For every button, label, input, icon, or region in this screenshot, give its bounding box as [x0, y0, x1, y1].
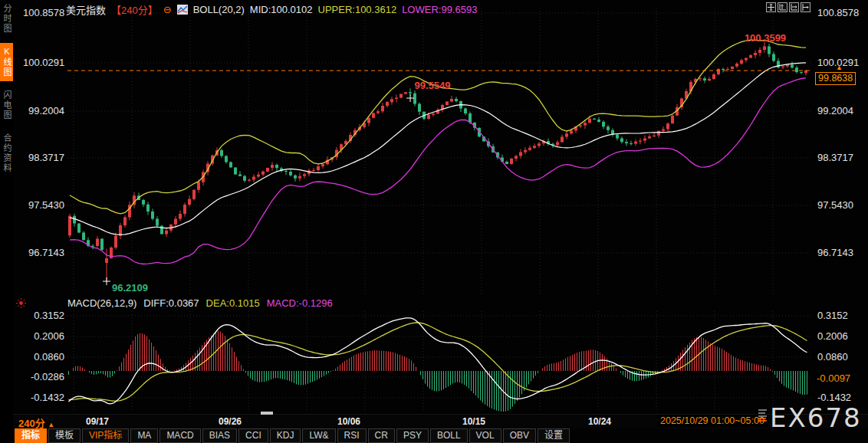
- x-label-date-4: 10/24: [588, 416, 611, 427]
- toolbar-item-LW&[interactable]: LW&: [302, 428, 335, 443]
- chart-canvas[interactable]: [0, 0, 868, 443]
- y-label-macd-left-1: 0.2006: [23, 330, 64, 343]
- y-label-main-left-1: 100.0291: [23, 57, 64, 69]
- price-up-arrow-icon: ▲: [836, 64, 843, 71]
- logo-icon: [758, 409, 768, 422]
- macd-diff-value: DIFF:0.0367: [143, 297, 199, 309]
- sidebar-tab-3[interactable]: 合约资料: [0, 130, 13, 177]
- toolbar-item-VIP指标[interactable]: VIP指标: [82, 428, 129, 443]
- y-label-main-right-5: 96.7143: [817, 247, 859, 259]
- toolbar-item-MA[interactable]: MA: [130, 428, 158, 443]
- indicator-toolbar: 指标模板VIP指标MAMACDBIASCCIKDJLW&RSICRPSYBOLL…: [15, 428, 570, 443]
- y-label-main-right-4: 97.5430: [817, 199, 859, 212]
- alert-icon[interactable]: [15, 297, 27, 309]
- toolbar-item-VOL[interactable]: VOL: [469, 428, 501, 443]
- x-label-date-2: 10/06: [337, 416, 360, 427]
- collapse-indicator-icon[interactable]: ⊖: [163, 4, 172, 15]
- y-label-macd-left-4: -0.1432: [23, 392, 64, 404]
- watermark-text: EX678: [770, 404, 862, 432]
- toolbar-item-BIAS[interactable]: BIAS: [202, 428, 237, 443]
- y-label-main-left-3: 98.3717: [23, 152, 64, 164]
- annotation-low: 96.2109: [112, 282, 148, 294]
- y-label-macd-left-3: -0.0286: [23, 371, 64, 383]
- y-label-main-left-0: 100.8578: [23, 7, 64, 19]
- toolbar-item-BOLL[interactable]: BOLL: [430, 428, 468, 443]
- y-label-main-right-2: 99.2004: [817, 105, 859, 117]
- toolbar-item-OBV[interactable]: OBV: [503, 428, 536, 443]
- y-label-macd-right-0: 0.3152: [817, 310, 859, 322]
- y-label-main-left-4: 97.5430: [23, 199, 64, 212]
- x-label-date-1: 09/26: [219, 416, 242, 427]
- x-axis-scale-icon[interactable]: [789, 2, 799, 12]
- watermark: EX678: [758, 404, 862, 432]
- y-axis-scale-icon[interactable]: [778, 2, 787, 12]
- symbol-name: 美元指数: [66, 2, 106, 17]
- chart-header: 美元指数 【240分】 ⊖ BOLL(20,2) MID:100.0102 UP…: [66, 2, 477, 17]
- period-arrow-icon: ▲: [48, 421, 54, 428]
- current-bar-datetime: 2025/10/29 01:00~05:00: [657, 415, 768, 427]
- toolbar-item-设置[interactable]: 设置: [538, 428, 570, 443]
- toolbar-item-MACD[interactable]: MACD: [159, 428, 200, 443]
- y-label-main-right-3: 98.3717: [817, 152, 859, 164]
- y-label-macd-left-2: 0.0860: [23, 351, 64, 363]
- chart-type-sidebar: 分时图K线图闪电图合约资料: [0, 0, 13, 443]
- toolbar-item-RSI[interactable]: RSI: [337, 428, 367, 443]
- toolbar-item-CCI[interactable]: CCI: [238, 428, 268, 443]
- chart-tools: [766, 2, 810, 12]
- pan-tool-icon[interactable]: [766, 2, 776, 12]
- last-price-badge: 99.8638: [815, 72, 856, 85]
- chart-application: 分时图K线图闪电图合约资料 美元指数 【240分】 ⊖ BOLL(20,2) M…: [0, 0, 868, 443]
- period-label: 【240分】: [111, 2, 158, 17]
- y-label-macd-left-0: 0.3152: [23, 310, 64, 322]
- x-label-date-0: 09/17: [86, 416, 109, 427]
- macd-label: MACD(26,12,9): [67, 297, 136, 309]
- sidebar-tab-1[interactable]: K线图: [0, 43, 13, 81]
- macd-header: MACD(26,12,9) DIFF:0.0367 DEA:0.1015 MAC…: [67, 297, 333, 309]
- sidebar-tab-0[interactable]: 分时图: [0, 0, 13, 38]
- y-label-main-left-5: 96.7143: [23, 247, 64, 259]
- sidebar-tab-2[interactable]: 闪电图: [0, 87, 13, 124]
- scrollbar-thumb[interactable]: [261, 412, 273, 415]
- shift-right-icon[interactable]: [801, 2, 810, 12]
- toolbar-item-CR[interactable]: CR: [368, 428, 395, 443]
- macd-dea-value: DEA:0.1015: [206, 297, 260, 309]
- macd-value-badge: -0.0097: [814, 372, 853, 384]
- y-label-main-right-0: 100.8578: [817, 7, 859, 19]
- toolbar-item-KDJ[interactable]: KDJ: [270, 428, 301, 443]
- boll-upper-value: UPPER:100.3612: [318, 4, 397, 15]
- boll-indicator-icon[interactable]: [177, 5, 188, 15]
- toolbar-item-指标[interactable]: 指标: [15, 428, 47, 443]
- macd-bar-value: MACD:-0.1296: [267, 297, 333, 309]
- toolbar-item-PSY[interactable]: PSY: [396, 428, 429, 443]
- boll-mid-value: MID:100.0102: [250, 4, 313, 15]
- boll-label: BOLL(20,2): [193, 4, 245, 15]
- annotation-swing-high: 99.5549: [401, 80, 464, 91]
- y-label-main-left-2: 99.2004: [23, 105, 64, 117]
- y-label-macd-right-2: 0.0860: [817, 351, 859, 363]
- toolbar-item-模板[interactable]: 模板: [48, 428, 81, 443]
- annotation-high: 100.3599: [734, 32, 797, 44]
- boll-lower-value: LOWER:99.6593: [402, 4, 477, 15]
- y-label-macd-right-1: 0.2006: [817, 330, 859, 343]
- x-label-date-3: 10/15: [462, 416, 485, 427]
